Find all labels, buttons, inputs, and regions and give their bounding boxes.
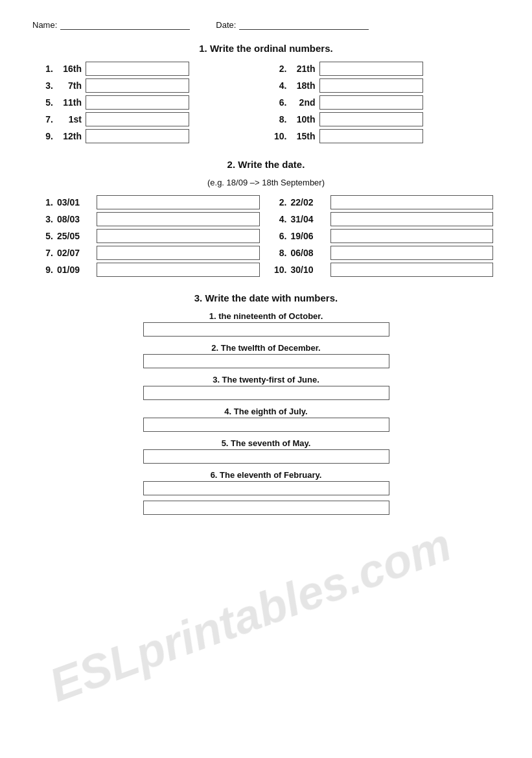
item-ordinal: 21th [291,64,316,74]
item-number: 2. [273,64,287,74]
item-number: 4. [273,214,287,224]
item-number: 9. [39,131,53,141]
item-number: 1. [39,197,53,207]
section3-prompt: 1. the nineteenth of October. [143,311,389,321]
answer-input[interactable] [97,263,260,277]
item-ordinal: 12th [57,131,82,141]
item-ordinal: 11th [57,97,82,108]
date-value: 31/04 [291,214,327,224]
list-item: 8. 06/08 [273,246,494,260]
item-number: 9. [39,265,53,275]
section3-prompt: 3. The twenty-first of June. [143,375,389,385]
section3-prompt: 5. The seventh of May. [143,438,389,448]
item-number: 6. [273,231,287,241]
date-value: 25/05 [57,231,93,241]
list-item: 1. 16th [39,62,260,76]
date-value: 02/07 [57,248,93,258]
answer-input[interactable] [330,246,494,260]
answer-input[interactable] [330,212,494,226]
item-ordinal: 10th [291,114,316,124]
answer-input[interactable] [319,95,423,110]
list-item: 9. 01/09 [39,263,260,277]
item-number: 7. [39,248,53,258]
list-item: 2. 22/02 [273,195,494,209]
answer-input[interactable] [330,229,494,243]
answer-input[interactable] [330,195,494,209]
answer-input[interactable] [143,386,389,400]
list-item: 10. 30/10 [273,263,494,277]
name-label: Name: [32,20,57,30]
list-item: 4. 31/04 [273,212,494,226]
list-item: 6. 19/06 [273,229,494,243]
list-item: 3. The twenty-first of June. [143,375,389,405]
answer-input[interactable] [86,129,189,143]
answer-input[interactable] [330,263,494,277]
answer-input[interactable] [143,418,389,432]
date-value: 01/09 [57,265,93,275]
item-ordinal: 1st [57,114,82,124]
item-ordinal: 18th [291,80,316,91]
section2-grid: 1. 03/01 3. 08/03 5. 25/05 7. 02/07 9. 0… [32,195,500,279]
list-item: 6. 2nd [273,95,494,110]
section2-left-col: 1. 03/01 3. 08/03 5. 25/05 7. 02/07 9. 0… [39,195,260,279]
answer-input[interactable] [319,129,423,143]
list-item: 6. The eleventh of February. [143,470,389,520]
list-item: 1. the nineteenth of October. [143,311,389,342]
list-item: 2. 21th [273,62,494,76]
answer-input[interactable] [97,229,260,243]
section2-right-col: 2. 22/02 4. 31/04 6. 19/06 8. 06/08 10. … [273,195,494,279]
list-item: 1. 03/01 [39,195,260,209]
answer-input[interactable] [86,95,189,110]
answer-input[interactable] [143,322,389,337]
list-item: 7. 02/07 [39,246,260,260]
answer-input[interactable] [319,78,423,93]
item-ordinal: 15th [291,131,316,141]
section1-grid: 1. 16th 3. 7th 5. 11th 7. 1st 9. 12th 2. [32,62,500,146]
section3-container: 1. the nineteenth of October. 2. The twe… [32,311,500,521]
list-item: 8. 10th [273,112,494,126]
answer-input[interactable] [143,354,389,368]
date-value: 22/02 [291,197,327,207]
answer-input[interactable] [143,449,389,464]
item-ordinal: 7th [57,80,82,91]
item-number: 7. [39,114,53,124]
item-number: 10. [273,265,287,275]
answer-input[interactable] [97,246,260,260]
item-number: 6. [273,97,287,108]
section1-title: 1. Write the ordinal numbers. [32,43,500,54]
answer-input[interactable] [143,481,389,495]
item-number: 3. [39,80,53,91]
answer-input[interactable] [86,78,189,93]
item-number: 2. [273,197,287,207]
list-item: 4. The eighth of July. [143,407,389,437]
item-number: 10. [273,131,287,141]
date-label: Date: [216,20,236,30]
section3-prompt: 2. The twelfth of December. [143,343,389,353]
list-item: 2. The twelfth of December. [143,343,389,373]
item-number: 8. [273,248,287,258]
section2-subtitle: (e.g. 18/09 –> 18th September) [32,178,500,187]
list-item: 4. 18th [273,78,494,93]
list-item: 9. 12th [39,129,260,143]
date-value: 19/06 [291,231,327,241]
list-item: 5. 25/05 [39,229,260,243]
answer-input[interactable] [86,112,189,126]
list-item: 3. 08/03 [39,212,260,226]
list-item: 3. 7th [39,78,260,93]
answer-input[interactable] [319,112,423,126]
item-ordinal: 16th [57,64,82,74]
date-value: 03/01 [57,197,93,207]
answer-input[interactable] [97,212,260,226]
item-number: 3. [39,214,53,224]
item-ordinal: 2nd [291,97,316,108]
name-input-line[interactable] [60,19,190,30]
section3-prompt: 4. The eighth of July. [143,407,389,416]
answer-input[interactable] [97,195,260,209]
date-input-line[interactable] [239,19,369,30]
answer-input-extra[interactable] [143,501,389,515]
answer-input[interactable] [86,62,189,76]
list-item: 7. 1st [39,112,260,126]
section3-title: 3. Write the date with numbers. [32,292,500,303]
answer-input[interactable] [319,62,423,76]
item-number: 5. [39,231,53,241]
